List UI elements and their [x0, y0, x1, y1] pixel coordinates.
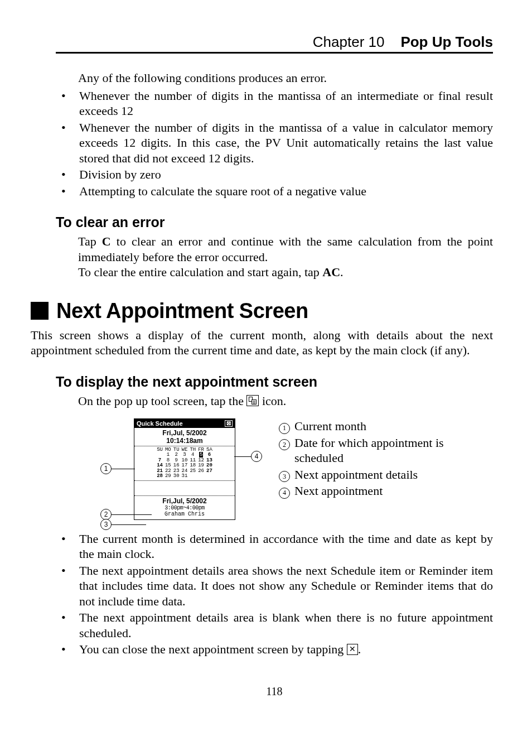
legend-text: Next appointment details	[294, 467, 418, 483]
text-fragment: You can close the next appointment scree…	[79, 642, 347, 656]
list-item: The current month is determined in accor…	[56, 531, 493, 562]
circle-number-icon: 1	[100, 463, 112, 474]
text-fragment: icon.	[262, 394, 286, 408]
qs-date-header: Fri,Jul, 5/2002	[134, 428, 235, 437]
spacer-band	[134, 480, 235, 496]
circle-number-icon: 4	[251, 451, 262, 462]
circle-number-icon: 1	[279, 423, 290, 434]
next-appt-intro: This screen shows a display of the curre…	[31, 328, 493, 358]
display-next-appt-heading: To display the next appointment screen	[56, 374, 493, 390]
chapter-title: Pop Up Tools	[400, 33, 493, 50]
marker-1: 1	[100, 463, 135, 474]
day-header: SU	[156, 447, 164, 452]
list-item: Whenever the number of digits in the man…	[56, 88, 493, 119]
list-item: The next appointment details area is bla…	[56, 610, 493, 641]
marker-3: 3	[100, 519, 146, 530]
clear-error-heading: To clear an error	[56, 214, 493, 230]
clear-error-body: Tap C to clear an error and continue wit…	[78, 234, 493, 280]
marker-4: 4	[234, 451, 262, 462]
circle-number-icon: 3	[100, 519, 112, 530]
section-heading-row: Next Appointment Screen	[31, 299, 493, 323]
cal-day: 28	[156, 474, 164, 479]
cal-day: 30	[172, 474, 181, 479]
errors-intro: Any of the following conditions produces…	[78, 70, 493, 86]
text-fragment: to clear an error and continue with the …	[78, 234, 493, 264]
legend-text: Next appointment	[294, 483, 383, 499]
tap-instruction: On the pop up tool screen, tap the icon.	[78, 393, 493, 409]
cal-day: 25	[188, 469, 197, 474]
section-square-icon	[31, 302, 49, 320]
qs-time-header: 10:14:18am	[134, 437, 235, 446]
page-number: 118	[56, 685, 493, 698]
notes-list: The current month is determined in accor…	[56, 531, 493, 657]
circle-number-icon: 2	[100, 509, 112, 520]
key-ac: AC	[322, 265, 340, 279]
cal-day: 29	[164, 474, 172, 479]
text-fragment: .	[358, 642, 361, 656]
chapter-header: Chapter 10 Pop Up Tools	[56, 33, 493, 54]
cal-day: 26	[197, 469, 205, 474]
legend-text: Current month	[294, 418, 366, 434]
cal-day: 31	[181, 474, 189, 479]
list-item: Whenever the number of digits in the man…	[56, 120, 493, 166]
figure-row: Quick Schedule ⊠ Fri,Jul, 5/2002 10:14:1…	[100, 418, 493, 520]
text-fragment: Tap	[78, 234, 102, 248]
list-item: Division by zero	[56, 167, 493, 182]
marker-2: 2	[100, 509, 152, 520]
circle-number-icon: 3	[279, 471, 290, 482]
close-icon: ✕	[347, 644, 358, 655]
figure-legend: 1Current month 2Date for which appointme…	[279, 418, 493, 500]
list-item: You can close the next appointment scree…	[56, 642, 493, 657]
errors-list: Whenever the number of digits in the man…	[56, 88, 493, 199]
chapter-label: Chapter 10	[313, 33, 385, 50]
qs-title: Quick Schedule	[137, 420, 183, 427]
key-c: C	[102, 234, 111, 248]
figure-left: Quick Schedule ⊠ Fri,Jul, 5/2002 10:14:1…	[100, 418, 245, 520]
cal-day: 27	[205, 469, 214, 474]
text-fragment: On the pop up tool screen, tap the	[78, 394, 246, 408]
list-item: Attempting to calculate the square root …	[56, 184, 493, 199]
quick-schedule-screenshot: Quick Schedule ⊠ Fri,Jul, 5/2002 10:14:1…	[134, 418, 235, 520]
legend-text: Date for which appointment is scheduled	[294, 435, 493, 466]
circle-number-icon: 2	[279, 439, 290, 450]
list-item: The next appointment details area shows …	[56, 563, 493, 609]
next-appt-heading: Next Appointment Screen	[56, 299, 308, 323]
circle-number-icon: 4	[279, 488, 290, 499]
quick-schedule-icon	[246, 395, 259, 406]
calendar-grid: SU MO TU WE TH FR SA 1 2 3 4 5 6	[156, 447, 214, 479]
cal-day-selected: 5	[199, 452, 203, 458]
close-icon: ⊠	[225, 420, 233, 427]
appt-date: Fri,Jul, 5/2002	[134, 497, 235, 505]
text-fragment: To clear the entire calculation and star…	[78, 265, 322, 279]
qs-titlebar: Quick Schedule ⊠	[134, 419, 235, 428]
text-fragment: .	[340, 265, 344, 279]
